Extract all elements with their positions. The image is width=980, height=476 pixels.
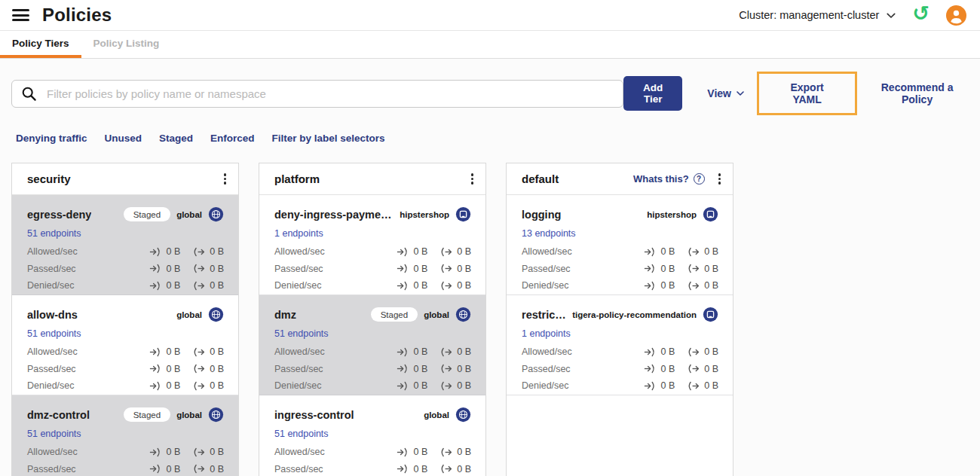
history-restore-icon[interactable]: ↺ bbox=[912, 4, 929, 23]
policy-scope-group: tigera-policy-recommendation bbox=[568, 307, 718, 322]
egress-metric: 0 B bbox=[440, 380, 471, 391]
filter-link[interactable]: Unused bbox=[105, 133, 142, 144]
endpoints-link[interactable]: 51 endpoints bbox=[274, 328, 329, 339]
ingress-metric: 0 B bbox=[149, 280, 180, 291]
policy-card[interactable]: allow-dns global 51 endpoints Allowed/se… bbox=[12, 295, 238, 395]
egress-value: 0 B bbox=[704, 380, 718, 391]
policy-scope-label: global bbox=[176, 310, 202, 319]
egress-value: 0 B bbox=[457, 464, 471, 474]
endpoints-link[interactable]: 1 endpoints bbox=[522, 328, 571, 339]
endpoints-link[interactable]: 1 endpoints bbox=[274, 228, 323, 239]
policy-card[interactable]: deny-ingress-paymentservi... hipstershop… bbox=[259, 195, 485, 295]
top-bar-right: Cluster: management-cluster ↺ bbox=[739, 5, 966, 26]
kebab-menu-icon[interactable] bbox=[715, 170, 724, 188]
policy-card[interactable]: restricted tigera-policy-recommendation … bbox=[507, 295, 733, 395]
endpoints-link[interactable]: 51 endpoints bbox=[27, 328, 81, 339]
metric-values: 0 B 0 B bbox=[644, 264, 718, 274]
metric-values: 0 B 0 B bbox=[149, 264, 224, 274]
policy-card[interactable]: dmz-control Staged global 51 endpoints A… bbox=[12, 395, 238, 476]
egress-value: 0 B bbox=[457, 264, 471, 274]
egress-value: 0 B bbox=[704, 246, 718, 257]
policy-scope-group: hipstershop bbox=[642, 206, 718, 222]
endpoints-link[interactable]: 13 endpoints bbox=[522, 228, 576, 239]
ingress-metric: 0 B bbox=[644, 246, 675, 257]
policy-name: logging bbox=[522, 209, 561, 221]
filter-link[interactable]: Enforced bbox=[210, 133, 255, 144]
egress-arrow-icon bbox=[193, 364, 205, 374]
policy-card[interactable]: logging hipstershop 13 endpoints Allowed… bbox=[507, 195, 733, 295]
metric-values: 0 B 0 B bbox=[149, 280, 224, 291]
metric-label: Denied/sec bbox=[274, 380, 322, 391]
recommend-policy-button[interactable]: Recommend a Policy bbox=[865, 81, 969, 106]
policy-tier-column: platform deny-ingress-paymentservi... hi… bbox=[259, 163, 486, 476]
ingress-arrow-icon bbox=[149, 347, 161, 357]
metric-values: 0 B 0 B bbox=[149, 447, 224, 457]
metric-label: Denied/sec bbox=[522, 280, 569, 291]
egress-arrow-icon bbox=[193, 264, 205, 273]
ingress-arrow-icon bbox=[644, 364, 656, 374]
tier-header: security bbox=[12, 163, 238, 195]
policy-scope-group: hipstershop bbox=[395, 206, 471, 222]
tier-name: security bbox=[27, 172, 71, 185]
egress-value: 0 B bbox=[210, 364, 224, 374]
egress-value: 0 B bbox=[457, 280, 471, 291]
endpoints-link[interactable]: 51 endpoints bbox=[27, 228, 81, 239]
tier-help-link[interactable]: Whats this? ? bbox=[633, 173, 705, 185]
view-dropdown-button[interactable]: View bbox=[703, 87, 749, 100]
metrics-list: Allowed/sec 0 B 0 B Passed/sec bbox=[27, 243, 224, 294]
egress-arrow-icon bbox=[193, 281, 205, 291]
policy-search-input[interactable] bbox=[11, 80, 623, 108]
egress-arrow-icon bbox=[193, 381, 205, 391]
metrics-list: Allowed/sec 0 B 0 B Passed/sec bbox=[274, 343, 471, 395]
main-content: Add Tier View Export YAML Recommend a Po… bbox=[0, 59, 980, 476]
egress-value: 0 B bbox=[704, 364, 718, 374]
filter-link[interactable]: Filter by label selectors bbox=[272, 133, 385, 144]
ingress-metric: 0 B bbox=[149, 346, 180, 357]
tab-policy-tiers[interactable]: Policy Tiers bbox=[0, 31, 81, 58]
tab-bar: Policy Tiers Policy Listing bbox=[0, 31, 980, 59]
egress-metric: 0 B bbox=[440, 346, 471, 357]
policy-card[interactable]: dmz Staged global 51 endpoints Allowed/s… bbox=[259, 295, 485, 395]
add-tier-button[interactable]: Add Tier bbox=[623, 76, 682, 111]
tab-policy-tiers-label: Policy Tiers bbox=[12, 38, 69, 49]
ingress-value: 0 B bbox=[166, 346, 180, 357]
policy-card[interactable]: ingress-control global 51 endpoints Allo… bbox=[259, 395, 485, 476]
ingress-metric: 0 B bbox=[644, 364, 675, 374]
egress-metric: 0 B bbox=[688, 280, 718, 291]
hamburger-menu-icon[interactable] bbox=[12, 7, 29, 24]
policy-name-row: logging hipstershop bbox=[522, 204, 718, 224]
metric-values: 0 B 0 B bbox=[644, 380, 718, 391]
metric-row: Passed/sec 0 B 0 B bbox=[274, 461, 471, 476]
cluster-selector[interactable]: Cluster: management-cluster bbox=[739, 9, 896, 21]
chevron-down-icon bbox=[737, 91, 744, 96]
ingress-value: 0 B bbox=[660, 280, 675, 291]
filter-link[interactable]: Staged bbox=[159, 133, 193, 144]
egress-arrow-icon bbox=[193, 464, 205, 474]
metric-label: Passed/sec bbox=[522, 264, 571, 274]
metric-row: Denied/sec 0 B 0 B bbox=[522, 377, 718, 395]
tab-policy-listing[interactable]: Policy Listing bbox=[81, 31, 172, 58]
export-yaml-button[interactable]: Export YAML bbox=[774, 81, 840, 106]
endpoints-link[interactable]: 51 endpoints bbox=[27, 429, 81, 439]
user-avatar-icon[interactable] bbox=[946, 5, 966, 26]
metric-values: 0 B 0 B bbox=[644, 246, 718, 257]
tier-help-label: Whats this? bbox=[633, 173, 689, 185]
metric-row: Denied/sec 0 B 0 B bbox=[522, 277, 718, 294]
policy-tier-column: default Whats this? ? logging hipstersho… bbox=[506, 163, 733, 476]
ingress-value: 0 B bbox=[166, 264, 180, 274]
metric-row: Allowed/sec 0 B 0 B bbox=[27, 243, 224, 261]
endpoints-link[interactable]: 51 endpoints bbox=[274, 429, 329, 439]
metrics-list: Allowed/sec 0 B 0 B Passed/sec bbox=[274, 243, 471, 294]
tier-header-actions bbox=[468, 170, 476, 188]
ingress-value: 0 B bbox=[166, 464, 180, 474]
filter-link[interactable]: Denying traffic bbox=[16, 133, 87, 144]
kebab-menu-icon[interactable] bbox=[468, 170, 476, 188]
namespace-scope-icon bbox=[455, 206, 471, 222]
policy-card[interactable]: egress-deny Staged global 51 endpoints A… bbox=[12, 195, 238, 295]
ingress-arrow-icon bbox=[397, 464, 409, 474]
egress-value: 0 B bbox=[457, 246, 471, 257]
ingress-metric: 0 B bbox=[397, 447, 427, 457]
kebab-menu-icon[interactable] bbox=[221, 170, 229, 188]
policy-name: restricted bbox=[522, 309, 568, 321]
egress-value: 0 B bbox=[457, 380, 471, 391]
